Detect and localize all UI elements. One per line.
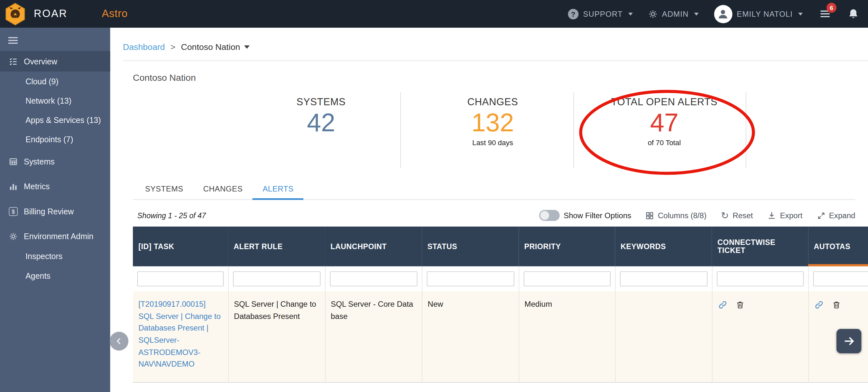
breadcrumb-client-selector[interactable]: Contoso Nation	[181, 42, 249, 52]
column-header-id-task[interactable]: [ID] TASK	[133, 227, 228, 267]
column-header-status[interactable]: STATUS	[422, 227, 519, 267]
stat-sub: Last 90 days	[467, 139, 518, 147]
admin-label: ADMIN	[662, 9, 689, 18]
expand-label: Expand	[829, 211, 856, 220]
cell-alert-rule: SQL Server | Change to Databases Present	[228, 291, 325, 382]
filter-toggle-label: Show Filter Options	[564, 211, 631, 220]
sidebar-item-agents[interactable]: Agents	[0, 266, 110, 285]
top-bar: ROAR Astro ? SUPPORT ADMIN	[0, 0, 868, 28]
columns-button[interactable]: Columns (8/8)	[646, 211, 707, 220]
table-icon	[8, 157, 18, 166]
filter-row	[133, 267, 868, 291]
alerts-table-container: [ID] TASK ALERT RULE LAUNCHPOINT STATUS …	[133, 227, 868, 382]
sidebar-item-billing-review[interactable]: $ Billing Review	[0, 201, 110, 222]
cell-keywords	[615, 291, 712, 382]
filter-input-status[interactable]	[427, 271, 514, 286]
tab-changes[interactable]: CHANGES	[193, 180, 253, 200]
main-content: Dashboard > Contoso Nation Contoso Natio…	[110, 28, 868, 392]
alert-task-link[interactable]: [T20190917.00015] SQL Server | Change to…	[138, 300, 221, 368]
stat-sub: of 70 Total	[611, 139, 717, 147]
sidebar-item-apps-services[interactable]: Apps & Services (13)	[0, 110, 110, 129]
user-menu[interactable]: EMILY NATOLI	[714, 5, 803, 23]
cell-connectwise-ticket	[712, 291, 808, 382]
filter-input-launchpoint[interactable]	[330, 271, 417, 286]
sidebar-item-endpoints[interactable]: Endpoints (7)	[0, 130, 110, 149]
sidebar-item-environment-admin[interactable]: Environment Admin	[0, 226, 110, 246]
avatar	[714, 5, 733, 23]
sidebar-item-systems[interactable]: Systems	[0, 151, 110, 172]
admin-menu[interactable]: ADMIN	[648, 9, 699, 18]
show-filter-toggle[interactable]: Show Filter Options	[539, 210, 631, 221]
export-button[interactable]: Export	[767, 211, 802, 220]
sidebar-item-label: Overview	[24, 57, 57, 66]
stat-value: 42	[297, 108, 346, 138]
expand-button[interactable]: Expand	[817, 211, 856, 220]
stat-divider	[400, 92, 401, 168]
scroll-left-button[interactable]	[110, 332, 129, 351]
tab-systems[interactable]: SYSTEMS	[135, 180, 193, 200]
filter-input-keywords[interactable]	[620, 271, 707, 286]
column-header-autotask[interactable]: AUTOTAS	[808, 227, 868, 267]
notifications-bell-button[interactable]	[847, 8, 859, 20]
billing-icon: $	[8, 207, 18, 216]
stat-value: 47	[611, 108, 717, 138]
sidebar-item-label: Billing Review	[24, 207, 74, 216]
toggle-switch[interactable]	[539, 210, 560, 221]
bell-icon	[847, 8, 859, 20]
filter-input-autotask[interactable]	[813, 271, 868, 286]
sidebar-item-label: Environment Admin	[24, 232, 93, 241]
gear-icon	[648, 9, 658, 18]
column-header-alert-rule[interactable]: ALERT RULE	[228, 227, 325, 267]
alerts-table: [ID] TASK ALERT RULE LAUNCHPOINT STATUS …	[133, 227, 868, 382]
brand-name: ROAR	[34, 8, 68, 20]
column-header-connectwise-ticket[interactable]: CONNECTWISE TICKET	[712, 227, 808, 267]
sidebar-item-cloud[interactable]: Cloud (9)	[0, 71, 110, 91]
sidebar-collapse-button[interactable]	[0, 28, 110, 51]
columns-label: Columns (8/8)	[658, 211, 707, 220]
user-name: EMILY NATOLI	[737, 9, 793, 18]
filter-input-priority[interactable]	[523, 271, 610, 286]
sidebar-item-inspectors[interactable]: Inspectors	[0, 246, 110, 266]
notification-count-badge: 6	[827, 3, 836, 13]
cell-priority: Medium	[519, 291, 615, 382]
roar-lion-logo-icon[interactable]	[5, 3, 25, 25]
filter-input-connectwise-ticket[interactable]	[716, 271, 803, 286]
delete-ticket-icon[interactable]	[736, 300, 744, 310]
sidebar-item-metrics[interactable]: Metrics	[0, 176, 110, 197]
page-title: Contoso Nation	[133, 72, 868, 83]
chevron-down-icon	[798, 12, 803, 16]
sidebar-item-label: Network (13)	[25, 96, 71, 105]
columns-grid-icon	[646, 211, 654, 219]
sidebar-item-label: Apps & Services (13)	[25, 116, 101, 125]
divider	[123, 61, 868, 61]
breadcrumb: Dashboard > Contoso Nation	[123, 42, 868, 52]
summary-stats: SYSTEMS 42 CHANGES 132 Last 90 days TOTA…	[110, 90, 868, 172]
table-toolbar: Showing 1 - 25 of 47 Show Filter Options…	[137, 210, 856, 221]
link-ticket-icon[interactable]	[814, 300, 823, 310]
app-root: ROAR Astro ? SUPPORT ADMIN	[0, 0, 868, 392]
breadcrumb-dashboard-link[interactable]: Dashboard	[123, 42, 165, 52]
sidebar-item-label: Systems	[24, 157, 55, 166]
detail-tabs: SYSTEMS CHANGES ALERTS	[133, 180, 856, 200]
filter-input-id-task[interactable]	[137, 271, 224, 286]
tab-alerts[interactable]: ALERTS	[253, 180, 303, 200]
task-queue-button[interactable]: 6	[818, 7, 832, 21]
column-header-launchpoint[interactable]: LAUNCHPOINT	[325, 227, 422, 267]
filter-input-alert-rule[interactable]	[233, 271, 320, 286]
cell-status: New	[422, 291, 519, 382]
stat-label: CHANGES	[467, 96, 518, 108]
scroll-right-button[interactable]	[836, 329, 861, 353]
table-row: [T20190917.00015] SQL Server | Change to…	[133, 291, 868, 382]
reset-label: Reset	[733, 211, 753, 220]
sidebar-item-network[interactable]: Network (13)	[0, 91, 110, 110]
reset-button[interactable]: ↻ Reset	[721, 211, 753, 220]
stat-total-open-alerts: TOTAL OPEN ALERTS 47 of 70 Total	[611, 96, 717, 146]
column-header-keywords[interactable]: KEYWORDS	[615, 227, 712, 267]
delete-ticket-icon[interactable]	[832, 300, 841, 310]
support-menu[interactable]: ? SUPPORT	[568, 9, 633, 19]
link-ticket-icon[interactable]	[718, 300, 727, 310]
column-header-priority[interactable]: PRIORITY	[519, 227, 615, 267]
sidebar-item-overview[interactable]: Overview	[0, 51, 110, 71]
sidebar: Overview Cloud (9) Network (13) Apps & S…	[0, 28, 110, 392]
arrow-right-icon	[842, 334, 856, 348]
